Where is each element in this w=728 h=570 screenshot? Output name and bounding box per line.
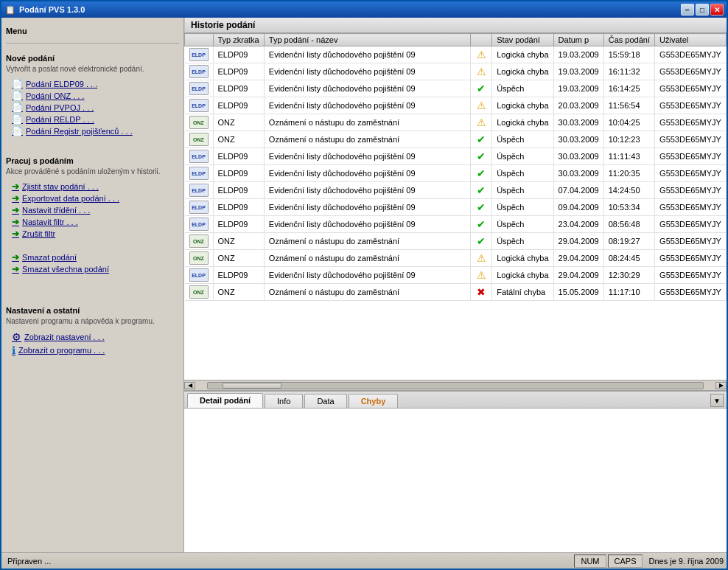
cell-status-text: Logická chyba [492, 250, 553, 267]
warn-icon: ⚠ [475, 49, 487, 60]
cell-user: G553DE65MYJY [655, 250, 727, 267]
table-scroll[interactable]: Typ zkratka Typ podání - název Stav podá… [184, 33, 727, 380]
cell-date: 09.04.2009 [553, 199, 603, 216]
cell-status-icon: ⚠ [471, 250, 492, 267]
table-row[interactable]: ELDPELDP09Evidenční listy důchodového po… [185, 148, 727, 165]
cell-name: Evidenční listy důchodového pojištění 09 [264, 148, 470, 165]
sidebar-link-trideni[interactable]: ➔ Nastavit třídění . . . [6, 204, 179, 216]
sidebar-link-reldp[interactable]: 📄 Podání RELDP . . . [6, 114, 179, 125]
horizontal-scrollbar[interactable]: ◀ ▶ [184, 380, 727, 390]
sidebar-link-registr[interactable]: 📄 Podání Registr pojišťenců . . . [6, 125, 179, 137]
table-row[interactable]: ELDPELDP09Evidenční listy důchodového po… [185, 199, 727, 216]
cell-time: 12:30:29 [603, 267, 654, 284]
pracuj-desc: Akce prováděné s podáním uloženým v hist… [6, 167, 179, 176]
table-row[interactable]: ELDPELDP09Evidenční listy důchodového po… [185, 216, 727, 233]
cell-date: 19.03.2009 [553, 80, 603, 97]
cell-status-icon: ✔ [471, 148, 492, 165]
type-icon: ELDP [189, 218, 209, 231]
warn-icon: ⚠ [475, 269, 487, 281]
sidebar-link-onz[interactable]: 📄 Podání ONZ . . . [6, 90, 179, 102]
table-header-row: Typ zkratka Typ podání - název Stav podá… [185, 34, 727, 46]
tab-arrow-button[interactable]: ▼ [710, 394, 724, 407]
col-header-datum[interactable]: Datum p [553, 34, 603, 46]
col-header-cas[interactable]: Čas podání [603, 34, 654, 46]
cell-time: 08:56:48 [603, 216, 654, 233]
sidebar-link-smazat[interactable]: ➔ Smazat podání [6, 251, 179, 263]
sidebar-link-eldp09[interactable]: 📄 Podání ELDP09 . . . [6, 78, 179, 90]
scroll-left-button[interactable]: ◀ [184, 382, 195, 389]
cell-name: Evidenční listy důchodového pojištění 09 [264, 216, 470, 233]
checkmark-icon: ✔ [477, 184, 486, 196]
warn-icon: ⚠ [475, 66, 487, 77]
date-label: Dnes je 9. října 2009 [643, 557, 724, 566]
table-row[interactable]: ONZONZOznámení o nástupu do zaměstnání⚠L… [185, 114, 727, 131]
scroll-thumb[interactable] [223, 383, 281, 389]
col-header-uzivatel[interactable]: Uživatel [655, 34, 727, 46]
sidebar-section-nastaveni: Nastavení a ostatní Nastavení programu a… [6, 302, 179, 357]
tab-chyby[interactable]: Chyby [349, 394, 399, 408]
cell-time: 14:24:50 [603, 182, 654, 199]
cell-user: G553DE65MYJY [655, 233, 727, 250]
checkmark-icon: ✔ [477, 235, 486, 247]
type-icon: ONZ [189, 116, 209, 129]
cell-date: 30.03.2009 [553, 165, 603, 182]
cell-code: ONZ [213, 131, 264, 148]
scroll-track[interactable] [207, 382, 704, 389]
arrow-icon-zrusit: ➔ [12, 229, 19, 239]
cell-date: 15.05.2009 [553, 284, 603, 301]
cell-date: 29.04.2009 [553, 267, 603, 284]
scroll-right-button[interactable]: ▶ [715, 382, 727, 389]
col-header-zkratka[interactable]: Typ zkratka [213, 34, 264, 46]
table-row[interactable]: ELDPELDP09Evidenční listy důchodového po… [185, 46, 727, 63]
content-area: Historie podání Typ zkratka Typ podání -… [184, 18, 727, 552]
type-icon: ELDP [189, 150, 209, 163]
caps-indicator: CAPS [608, 555, 643, 568]
cell-name: Oznámení o nástupu do zaměstnání [264, 114, 470, 131]
cell-date: 20.03.2009 [553, 97, 603, 114]
checkmark-icon: ✔ [477, 133, 486, 145]
table-row[interactable]: ONZONZOznámení o nástupu do zaměstnání✔Ú… [185, 131, 727, 148]
close-button[interactable]: ✕ [710, 4, 724, 15]
cell-user: G553DE65MYJY [655, 114, 727, 131]
table-row[interactable]: ELDPELDP09Evidenční listy důchodového po… [185, 80, 727, 97]
cell-name: Evidenční listy důchodového pojištění 09 [264, 182, 470, 199]
sidebar-link-zrusit-filtr[interactable]: ➔ Zrušit filtr [6, 228, 179, 240]
col-header-stav[interactable]: Stav podání [492, 34, 553, 46]
sidebar-link-o-programu[interactable]: ℹ Zobrazit o programu . . . [6, 344, 179, 357]
maximize-button[interactable]: □ [696, 4, 709, 15]
tab-data[interactable]: Data [304, 394, 346, 408]
sidebar-link-zobrazit-nastaveni[interactable]: ⚙ Zobrazit nastavení . . . [6, 330, 179, 344]
cell-date: 23.04.2009 [553, 216, 603, 233]
cell-user: G553DE65MYJY [655, 165, 727, 182]
table-row[interactable]: ELDPELDP09Evidenční listy důchodového po… [185, 63, 727, 80]
table-row[interactable]: ONZONZOznámení o nástupu do zaměstnání⚠L… [185, 250, 727, 267]
tab-detail-podani[interactable]: Detail podání [187, 393, 263, 408]
type-icon: ELDP [189, 167, 209, 180]
sidebar-link-zjistit[interactable]: ➔ Zjistit stav podání . . . [6, 181, 179, 192]
table-row[interactable]: ELDPELDP09Evidenční listy důchodového po… [185, 97, 727, 114]
tab-info[interactable]: Info [265, 394, 303, 408]
sidebar-section-pracuj: Pracuj s podáním Akce prováděné s podání… [6, 152, 179, 275]
cell-status-icon: ✔ [471, 131, 492, 148]
table-row[interactable]: ONZONZOznámení o nástupu do zaměstnání✖F… [185, 284, 727, 301]
table-row[interactable]: ONZONZOznámení o nástupu do zaměstnání✔Ú… [185, 233, 727, 250]
cell-status-icon: ✔ [471, 80, 492, 97]
warning-triangle-icon: ⚠ [477, 49, 486, 60]
sidebar-link-exportovat[interactable]: ➔ Exportovat data podání . . . [6, 192, 179, 204]
sidebar-link-smazat-vsechna[interactable]: ➔ Smazat všechna podání [6, 263, 179, 275]
sidebar-link-pvpoj[interactable]: 📄 Podání PVPOJ . . . [6, 102, 179, 114]
cell-status-icon: ⚠ [471, 63, 492, 80]
table-area: Typ zkratka Typ podání - název Stav podá… [184, 33, 727, 390]
bottom-panel: Detail podání Info Data Chyby ▼ [184, 390, 727, 552]
minimize-button[interactable]: − [681, 4, 694, 15]
col-header-nazev[interactable]: Typ podání - název [264, 34, 470, 46]
table-row[interactable]: ELDPELDP09Evidenční listy důchodového po… [185, 267, 727, 284]
sidebar-link-filtr[interactable]: ➔ Nastavit filtr . . . [6, 216, 179, 228]
cell-date: 30.03.2009 [553, 148, 603, 165]
cell-code: ELDP09 [213, 148, 264, 165]
checkmark-icon: ✔ [477, 218, 486, 230]
table-row[interactable]: ELDPELDP09Evidenční listy důchodového po… [185, 182, 727, 199]
table-row[interactable]: ELDPELDP09Evidenční listy důchodového po… [185, 165, 727, 182]
type-icon: ELDP [189, 268, 209, 282]
arrow-icon-smazat: ➔ [12, 252, 19, 263]
